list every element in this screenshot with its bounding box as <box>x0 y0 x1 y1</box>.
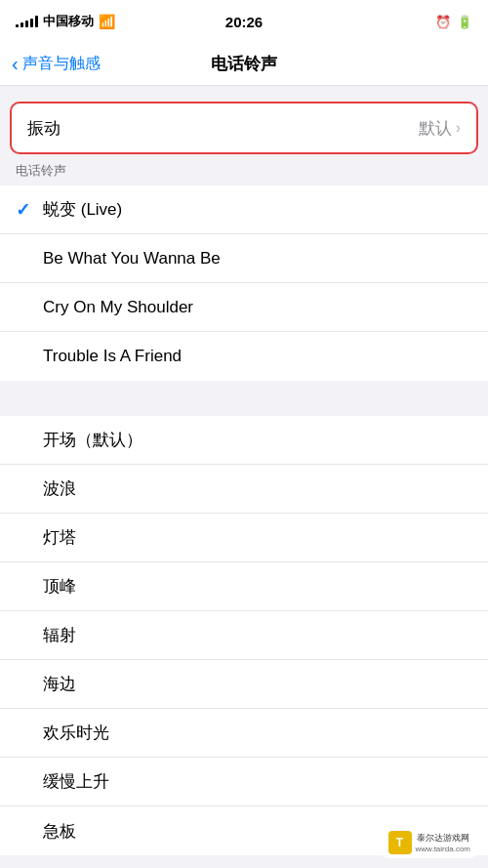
ringtone-item-fushe[interactable]: 辐射 <box>0 611 488 660</box>
status-bar-left: 中国移动 📶 <box>16 13 115 30</box>
ringtone-item-dingfeng[interactable]: 顶峰 <box>0 562 488 611</box>
ringtone-item-huanman[interactable]: 缓慢上升 <box>0 758 488 806</box>
ringtone-label: 顶峰 <box>43 575 472 598</box>
ringtone-label: Be What You Wanna Be <box>43 249 472 269</box>
vibration-label: 振动 <box>27 117 61 140</box>
carrier-label: 中国移动 <box>43 13 94 30</box>
status-bar-right: ⏰ 🔋 <box>435 15 472 29</box>
ringtone-label: 蜕变 (Live) <box>43 198 472 221</box>
watermark-logo: T <box>388 831 412 854</box>
ringtone-label: Trouble Is A Friend <box>43 347 472 366</box>
back-label: 声音与触感 <box>22 54 101 74</box>
ringtone-item-haibian[interactable]: 海边 <box>0 660 488 709</box>
vibration-row[interactable]: 振动 默认 › <box>12 103 476 152</box>
ringtone-item-trouble[interactable]: Trouble Is A Friend <box>0 332 488 381</box>
nav-bar: ‹ 声音与触感 电话铃声 <box>0 43 488 86</box>
back-button[interactable]: ‹ 声音与触感 <box>12 54 101 75</box>
watermark-site: www.tairda.com <box>416 845 470 853</box>
vibration-chevron-icon: › <box>456 119 461 137</box>
vibration-value-text: 默认 <box>419 117 452 140</box>
vibration-value: 默认 › <box>419 117 461 140</box>
status-bar: 中国移动 📶 20:26 ⏰ 🔋 <box>0 0 488 43</box>
watermark: T 泰尔达游戏网 www.tairda.com <box>381 827 478 858</box>
ringtone-label: 海边 <box>43 673 472 695</box>
ringtone-label: 欢乐时光 <box>43 722 472 744</box>
ringtone-label: 波浪 <box>43 477 472 500</box>
signal-icon <box>16 16 38 27</box>
default-ringtones-list: 开场（默认） 波浪 灯塔 顶峰 辐射 海边 欢乐时光 缓慢上升 <box>0 416 488 855</box>
ringtone-item-metamorphosis[interactable]: ✓ 蜕变 (Live) <box>0 186 488 234</box>
page-title: 电话铃声 <box>211 53 277 75</box>
watermark-label: 泰尔达游戏网 <box>416 832 470 845</box>
ringtone-item-kaichang[interactable]: 开场（默认） <box>0 416 488 465</box>
status-bar-time: 20:26 <box>225 14 263 30</box>
ringtone-label: 缓慢上升 <box>43 770 472 793</box>
custom-ringtones-list: ✓ 蜕变 (Live) Be What You Wanna Be Cry On … <box>0 186 488 381</box>
group-separator <box>0 381 488 416</box>
content-area: 振动 默认 › 电话铃声 ✓ 蜕变 (Live) Be What You Wan… <box>0 86 488 868</box>
ringtone-item-huanle[interactable]: 欢乐时光 <box>0 709 488 758</box>
ringtone-label: 灯塔 <box>43 526 472 549</box>
ringtone-item-dengta[interactable]: 灯塔 <box>0 514 488 562</box>
ringtone-label: 开场（默认） <box>43 429 472 451</box>
ringtone-item-bolang[interactable]: 波浪 <box>0 465 488 514</box>
back-chevron-icon: ‹ <box>12 53 19 75</box>
alarm-icon: ⏰ <box>435 15 451 29</box>
ringtone-item-be-what[interactable]: Be What You Wanna Be <box>0 234 488 283</box>
section-label: 电话铃声 <box>0 154 488 186</box>
check-icon: ✓ <box>16 199 43 221</box>
ringtone-item-cry-shoulder[interactable]: Cry On My Shoulder <box>0 283 488 332</box>
vibration-section: 振动 默认 › <box>10 102 478 154</box>
wifi-icon: 📶 <box>99 14 115 29</box>
battery-icon-text: 🔋 <box>457 15 472 29</box>
ringtone-label: Cry On My Shoulder <box>43 298 472 317</box>
ringtone-label: 辐射 <box>43 624 472 646</box>
